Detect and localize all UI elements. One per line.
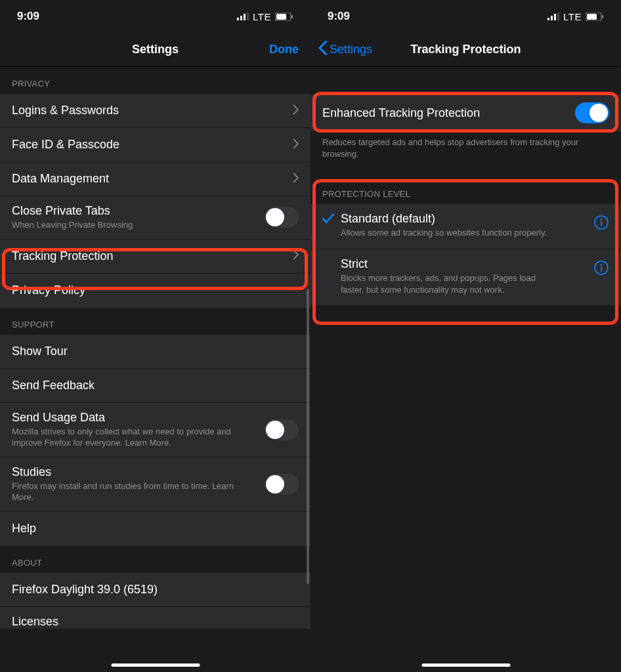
row-data-management[interactable]: Data Management (0, 162, 310, 196)
row-send-usage-data[interactable]: Send Usage Data Mozilla strives to only … (0, 403, 310, 457)
option-title: Standard (default) (341, 212, 588, 226)
back-label: Settings (330, 43, 372, 56)
section-header-protection-level: PROTECTION LEVEL (310, 169, 621, 204)
navbar-tracking: Settings Tracking Protection (310, 33, 621, 67)
chevron-right-icon (293, 104, 299, 117)
row-help[interactable]: Help (0, 512, 310, 546)
cell-label: Send Usage Data (12, 411, 242, 425)
navbar-settings: Settings Done (0, 33, 310, 67)
svg-rect-10 (557, 12, 559, 20)
section-header-support: SUPPORT (0, 308, 310, 335)
option-desc: Blocks more trackers, ads, and popups. P… (341, 272, 557, 296)
row-show-tour[interactable]: Show Tour (0, 335, 310, 369)
scrollbar[interactable] (307, 289, 309, 584)
cell-label: Close Private Tabs (12, 204, 133, 218)
network-label: LTE (253, 11, 271, 22)
info-button-standard[interactable] (593, 212, 609, 233)
info-icon (593, 215, 609, 233)
row-version[interactable]: Firefox Daylight 39.0 (6519) (0, 573, 310, 607)
svg-point-18 (601, 264, 603, 266)
send-usage-toggle[interactable] (265, 419, 299, 440)
row-privacy-policy[interactable]: Privacy Policy (0, 274, 310, 308)
chevron-right-icon (293, 249, 299, 262)
settings-pane: 9:09 LTE Settings Done PRIVACY Logins & … (0, 0, 310, 672)
chevron-right-icon (293, 173, 299, 186)
section-header-privacy: PRIVACY (0, 67, 310, 94)
privacy-list: Logins & Passwords Face ID & Passcode Da… (0, 94, 310, 308)
cell-label: Privacy Policy (12, 284, 85, 297)
row-faceid-passcode[interactable]: Face ID & Passcode (0, 128, 310, 162)
svg-rect-5 (276, 14, 286, 20)
option-title: Strict (341, 257, 588, 271)
etp-list: Enhanced Tracking Protection (310, 94, 621, 131)
checkmark-icon (322, 215, 334, 226)
status-time: 9:09 (328, 10, 350, 23)
battery-icon (275, 12, 293, 21)
support-list: Show Tour Send Feedback Send Usage Data … (0, 335, 310, 546)
option-desc: Allows some ad tracking so websites func… (341, 227, 557, 239)
info-icon (593, 260, 609, 278)
cell-sublabel: Mozilla strives to only collect what we … (12, 426, 242, 449)
svg-rect-19 (601, 266, 602, 272)
cell-label: Help (12, 522, 36, 536)
chevron-left-icon (318, 41, 327, 58)
svg-rect-12 (587, 14, 597, 20)
close-private-tabs-toggle[interactable] (265, 207, 299, 228)
cell-label: Studies (12, 465, 242, 479)
status-bar: 9:09 LTE (0, 0, 310, 33)
home-indicator[interactable] (111, 663, 200, 667)
svg-point-15 (601, 219, 603, 221)
done-button[interactable]: Done (269, 33, 299, 66)
option-strict[interactable]: Strict Blocks more trackers, ads, and po… (310, 249, 621, 305)
svg-rect-3 (247, 12, 249, 20)
row-enhanced-tracking-protection[interactable]: Enhanced Tracking Protection (310, 94, 621, 131)
status-bar: 9:09 LTE (310, 0, 621, 33)
signal-icon (547, 12, 559, 20)
svg-rect-6 (291, 15, 293, 18)
svg-rect-1 (240, 16, 242, 20)
option-standard[interactable]: Standard (default) Allows some ad tracki… (310, 204, 621, 249)
cell-label: Tracking Protection (12, 249, 113, 263)
chevron-right-icon (293, 138, 299, 152)
cell-label: Logins & Passwords (12, 104, 119, 117)
svg-rect-16 (601, 221, 602, 226)
cell-label: Firefox Daylight 39.0 (6519) (12, 583, 158, 597)
cell-label: Show Tour (12, 345, 68, 358)
svg-rect-7 (547, 18, 549, 20)
cell-sublabel: When Leaving Private Browsing (12, 219, 133, 231)
nav-title: Settings (132, 43, 179, 56)
studies-toggle[interactable] (265, 474, 299, 495)
cell-label: Enhanced Tracking Protection (322, 106, 480, 120)
nav-title: Tracking Protection (410, 43, 521, 56)
svg-rect-9 (554, 14, 556, 20)
tracking-protection-pane: 9:09 LTE Settings Tracking Protection En… (310, 0, 621, 672)
svg-rect-8 (551, 16, 553, 20)
svg-rect-13 (602, 15, 603, 18)
svg-rect-0 (237, 18, 239, 20)
row-send-feedback[interactable]: Send Feedback (0, 369, 310, 403)
row-studies[interactable]: Studies Firefox may install and run stud… (0, 457, 310, 512)
etp-toggle[interactable] (575, 102, 609, 123)
cell-label: Licenses (12, 615, 58, 629)
section-header-about: ABOUT (0, 546, 310, 573)
network-label: LTE (563, 11, 582, 22)
row-licenses[interactable]: Licenses (0, 607, 310, 629)
cell-label: Data Management (12, 172, 109, 186)
svg-rect-2 (244, 14, 246, 20)
info-button-strict[interactable] (593, 257, 609, 278)
cell-sublabel: Firefox may install and run studies from… (12, 480, 242, 503)
home-indicator[interactable] (421, 663, 510, 667)
protection-level-list: Standard (default) Allows some ad tracki… (310, 204, 621, 305)
about-list: Firefox Daylight 39.0 (6519) Licenses (0, 573, 310, 629)
cell-label: Face ID & Passcode (12, 138, 119, 152)
battery-icon (586, 12, 604, 21)
signal-icon (237, 12, 249, 20)
status-time: 9:09 (17, 10, 39, 23)
cell-label: Send Feedback (12, 379, 95, 392)
back-button[interactable]: Settings (318, 33, 372, 66)
row-close-private-tabs[interactable]: Close Private Tabs When Leaving Private … (0, 196, 310, 240)
row-logins-passwords[interactable]: Logins & Passwords (0, 94, 310, 128)
etp-footer: Reduces targeted ads and helps stop adve… (310, 131, 621, 169)
row-tracking-protection[interactable]: Tracking Protection (0, 240, 310, 274)
